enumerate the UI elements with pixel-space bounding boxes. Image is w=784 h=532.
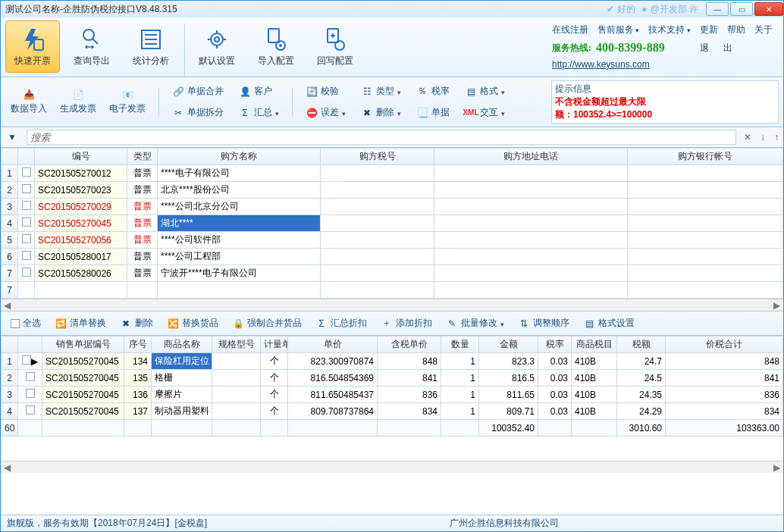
tb-customer[interactable]: 👤客户: [234, 82, 284, 101]
search-down[interactable]: ↓: [756, 132, 770, 142]
dt-batch-edit[interactable]: ✎批量修改: [441, 314, 510, 333]
alert-panel: 提示信息 不含税金额超过最大限 额：100352.4>=100000: [551, 80, 779, 124]
hotline-label: 服务热线:: [552, 42, 591, 55]
table-row[interactable]: 2SC201505270045135格栅个816.504854369841181…: [2, 370, 783, 386]
detail-toolbar: 全选 🔁清单替换 ✖删除 🔀替换货品 🔒强制合并货品 Σ汇总折扣 ＋添加折扣 ✎…: [1, 311, 783, 336]
row-checkbox[interactable]: [22, 217, 31, 227]
tb-delete[interactable]: ✖删除: [356, 103, 406, 122]
tb-gen-invoice[interactable]: 📄生成发票: [55, 86, 102, 118]
table-row[interactable]: 6SC201505280017普票****公司工程部: [2, 249, 783, 265]
col-buyer-addr[interactable]: 购方地址电话: [434, 149, 628, 165]
col-buyer-bank[interactable]: 购方银行帐号: [628, 149, 783, 165]
maximize-button[interactable]: ▭: [730, 2, 753, 16]
row-checkbox[interactable]: [22, 184, 31, 193]
link-presales[interactable]: 售前服务: [597, 23, 640, 36]
col-buyer-taxno[interactable]: 购方税号: [321, 149, 434, 165]
sum-row: 60100352.403010.60103363.00: [2, 420, 783, 437]
tb-split-doc[interactable]: ✂单据拆分: [167, 103, 229, 122]
ribbon-import-config[interactable]: 导入配置: [249, 20, 303, 73]
list-icon: [124, 24, 177, 55]
x-icon: ✖: [120, 318, 132, 330]
exit-button[interactable]: 退 出: [700, 42, 739, 55]
master-grid: 编号 类型 购方名称 购方税号 购方地址电话 购方银行帐号 1SC2015052…: [1, 148, 783, 299]
tb-summary[interactable]: Σ汇总: [234, 103, 284, 122]
dt-add-discount[interactable]: ＋添加折扣: [375, 314, 437, 333]
table-row[interactable]: 7: [2, 282, 783, 299]
title-hint-2: ● @开发部 许: [641, 3, 698, 16]
tb-data-import[interactable]: 📥数据导入: [5, 86, 52, 118]
master-hscroll[interactable]: ◀▶: [1, 299, 783, 311]
detail-hscroll[interactable]: ◀▶: [1, 461, 783, 473]
link-about[interactable]: 关于: [754, 23, 773, 36]
col-id[interactable]: 编号: [35, 149, 127, 165]
doc-gear-out-icon: [309, 24, 362, 55]
sum-icon: Σ: [239, 107, 251, 119]
plus-icon: ＋: [381, 318, 393, 330]
search-swap-icon: [65, 24, 118, 55]
table-row[interactable]: 5SC201505270056普票****公司软件部: [2, 232, 783, 249]
dt-force-merge[interactable]: 🔒强制合并货品: [227, 314, 307, 333]
row-checkbox[interactable]: [26, 372, 35, 381]
filter-button[interactable]: ▼: [1, 128, 24, 146]
dt-reorder[interactable]: ⇅调整顺序: [513, 314, 575, 333]
tb-tax-rate[interactable]: ％税率: [411, 82, 455, 101]
col-buyer-name[interactable]: 购方名称: [158, 149, 321, 165]
table-row[interactable]: 4SC201505270045普票湖北****: [2, 215, 783, 232]
ribbon-quick-invoice[interactable]: 快速开票: [5, 20, 60, 73]
dt-format[interactable]: ▤格式设置: [578, 314, 640, 333]
status-company: 广州企胜信息科技有限公司: [450, 517, 559, 530]
table-row[interactable]: 4SC201505270045137制动器用塑料个809.70873786483…: [2, 403, 783, 420]
tb-document[interactable]: 📃单据: [411, 103, 455, 122]
row-checkbox[interactable]: [22, 201, 31, 210]
search-input[interactable]: [27, 130, 736, 145]
fmt-icon: ▤: [583, 318, 595, 330]
svg-point-7: [211, 33, 223, 45]
edit-icon: ✎: [446, 318, 458, 330]
ribbon-query-export[interactable]: 查询导出: [64, 20, 119, 73]
tb-merge-doc[interactable]: 🔗单据合并: [167, 82, 229, 101]
tb-format[interactable]: ▤格式: [459, 82, 510, 101]
ribbon-stats[interactable]: 统计分析: [124, 20, 178, 73]
ribbon-default-settings[interactable]: 默认设置: [190, 20, 244, 73]
link-register[interactable]: 在线注册: [552, 23, 588, 36]
row-checkbox[interactable]: [22, 355, 31, 365]
table-row[interactable]: 2SC201505270023普票北京****股份公司: [2, 182, 783, 199]
table-row[interactable]: 1▶SC201505270045134保险杠用定位个823.3009708748…: [2, 353, 783, 370]
row-checkbox[interactable]: [22, 234, 31, 243]
xml-icon: XML: [465, 107, 477, 119]
refresh-icon: 🔄: [306, 86, 318, 98]
link-update[interactable]: 更新: [700, 23, 718, 36]
dt-select-all[interactable]: 全选: [5, 314, 46, 333]
link-support[interactable]: 技术支持: [648, 23, 691, 36]
dt-sum-discount[interactable]: Σ汇总折扣: [310, 314, 372, 333]
row-checkbox[interactable]: [22, 167, 31, 177]
table-row[interactable]: 7SC201505280026普票宁波开****电子有限公司: [2, 265, 783, 282]
search-clear[interactable]: ✕: [739, 132, 756, 142]
row-checkbox[interactable]: [26, 405, 35, 415]
table-row[interactable]: 3SC201505270045136摩擦片个811.65048543783618…: [2, 386, 783, 403]
row-checkbox[interactable]: [22, 251, 31, 260]
table-row[interactable]: 3SC201505270029普票****公司北京分公司: [2, 199, 783, 215]
search-up[interactable]: ↑: [770, 132, 783, 142]
lock-icon: 🔒: [232, 318, 244, 330]
tb-verify[interactable]: 🔄校验: [300, 82, 351, 101]
col-type[interactable]: 类型: [127, 149, 158, 165]
tb-error[interactable]: ⛔误差: [300, 103, 351, 122]
tb-e-invoice[interactable]: 📧电子发票: [104, 86, 151, 118]
ribbon-writeback-config[interactable]: 回写配置: [308, 20, 362, 73]
import-icon: 📥: [23, 89, 35, 101]
close-button[interactable]: ✕: [754, 2, 783, 16]
vendor-url[interactable]: http://www.keysuns.com: [552, 59, 650, 70]
row-checkbox[interactable]: [22, 268, 31, 277]
tb-xml[interactable]: XML交互: [459, 103, 510, 122]
link-help[interactable]: 帮助: [727, 23, 745, 36]
minimize-button[interactable]: —: [706, 2, 729, 16]
row-checkbox[interactable]: [26, 389, 35, 398]
col-rownum[interactable]: [2, 149, 18, 165]
dt-delete[interactable]: ✖删除: [114, 314, 158, 333]
col-check[interactable]: [18, 149, 35, 165]
tb-type[interactable]: ☷类型: [356, 82, 406, 101]
dt-list-replace[interactable]: 🔁清单替换: [49, 314, 111, 333]
dt-replace-goods[interactable]: 🔀替换货品: [162, 314, 224, 333]
table-row[interactable]: 1SC201505270012普票****电子有限公司: [2, 165, 783, 182]
